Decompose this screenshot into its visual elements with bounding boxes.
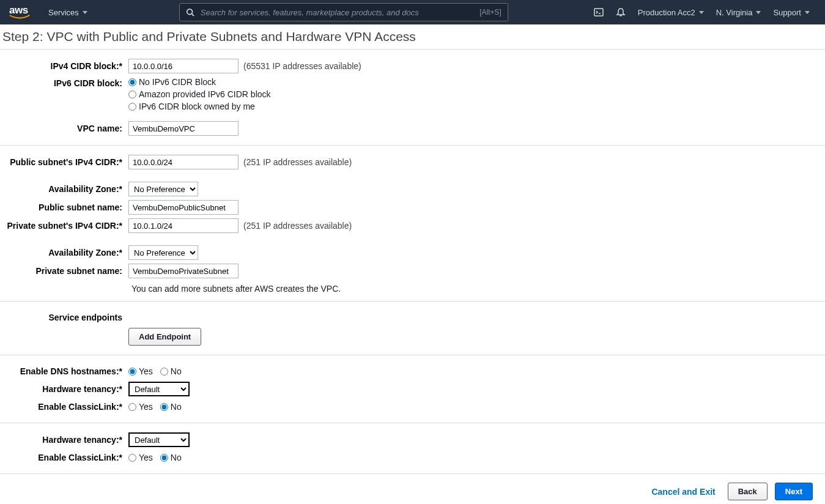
az1-label: Availability Zone:* xyxy=(0,184,128,194)
vpc-name-input[interactable] xyxy=(128,121,239,136)
page-title: Step 2: VPC with Public and Private Subn… xyxy=(0,24,825,49)
priv-name-input[interactable] xyxy=(128,264,239,278)
pub-name-label: Public subnet name: xyxy=(0,202,128,212)
ipv6-none-label: No IPv6 CIDR Block xyxy=(139,77,216,87)
region-dropdown[interactable]: N. Virginia xyxy=(710,0,768,24)
classiclink1-label: Enable ClassicLink:* xyxy=(0,402,128,412)
vpc-name-label: VPC name: xyxy=(0,124,128,133)
services-dropdown[interactable]: Services xyxy=(42,0,94,24)
caret-down-icon xyxy=(805,11,810,14)
search-shortcut: [Alt+S] xyxy=(479,8,501,17)
ipv6-own-label: IPv6 CIDR block owned by me xyxy=(139,102,255,111)
dns-yes-label: Yes xyxy=(139,366,153,376)
section-subnets: Public subnet's IPv4 CIDR:* (251 IP addr… xyxy=(0,145,825,301)
pub-cidr-label: Public subnet's IPv4 CIDR:* xyxy=(0,157,128,167)
notifications-icon[interactable] xyxy=(610,0,632,24)
caret-down-icon xyxy=(756,11,761,14)
ipv6-cidr-label: IPv6 CIDR block: xyxy=(0,77,128,88)
section-endpoints: Service endpoints Add Endpoint xyxy=(0,301,825,355)
classiclink2-label: Enable ClassicLink:* xyxy=(0,453,128,462)
cancel-link[interactable]: Cancel and Exit xyxy=(651,487,715,497)
pub-cidr-input[interactable] xyxy=(128,155,239,169)
more-subnets-hint: You can add more subnets after AWS creat… xyxy=(0,280,825,294)
pub-name-input[interactable] xyxy=(128,200,239,215)
classiclink2-yes-radio[interactable] xyxy=(128,454,136,462)
tenancy1-select[interactable]: Default xyxy=(128,382,190,396)
az1-select[interactable]: No Preference xyxy=(128,182,198,196)
tenancy2-label: Hardware tenancy:* xyxy=(0,435,128,445)
classiclink1-no-label: No xyxy=(171,402,182,412)
tenancy2-select[interactable]: Default xyxy=(128,432,190,447)
dns-label: Enable DNS hostnames:* xyxy=(0,366,128,376)
classiclink2-no-label: No xyxy=(171,453,182,462)
back-button[interactable]: Back xyxy=(728,483,768,500)
section-dns-tenancy: Enable DNS hostnames:* Yes No Hardware t… xyxy=(0,355,825,423)
footer-actions: Cancel and Exit Back Next xyxy=(0,473,825,504)
priv-cidr-hint: (251 IP addresses available) xyxy=(243,221,352,231)
add-endpoint-button[interactable]: Add Endpoint xyxy=(128,328,201,346)
aws-smile-icon xyxy=(9,15,30,18)
svg-line-1 xyxy=(191,14,194,17)
classiclink1-no-radio[interactable] xyxy=(160,403,168,411)
support-label: Support xyxy=(773,8,801,17)
caret-down-icon xyxy=(83,11,87,14)
services-label: Services xyxy=(48,8,79,17)
ipv6-own-radio[interactable] xyxy=(128,103,136,111)
priv-name-label: Private subnet name: xyxy=(0,266,128,276)
svg-point-0 xyxy=(187,9,193,15)
section-cidr: IPv4 CIDR block:* (65531 IP addresses av… xyxy=(0,49,825,145)
ipv6-amazon-label: Amazon provided IPv6 CIDR block xyxy=(139,89,271,99)
support-dropdown[interactable]: Support xyxy=(767,0,816,24)
az2-select[interactable]: No Preference xyxy=(128,245,198,260)
caret-down-icon xyxy=(699,11,704,14)
next-button[interactable]: Next xyxy=(775,483,813,500)
priv-cidr-label: Private subnet's IPv4 CIDR:* xyxy=(0,221,128,231)
priv-cidr-input[interactable] xyxy=(128,218,239,233)
aws-logo[interactable]: aws xyxy=(9,4,30,20)
dns-no-radio[interactable] xyxy=(160,368,168,376)
pub-cidr-hint: (251 IP addresses available) xyxy=(243,157,352,167)
svg-rect-2 xyxy=(594,9,603,16)
classiclink1-yes-radio[interactable] xyxy=(128,403,136,411)
service-endpoints-label: Service endpoints xyxy=(0,313,128,322)
classiclink2-yes-label: Yes xyxy=(139,453,153,462)
ipv4-cidr-input[interactable] xyxy=(128,59,239,73)
top-navbar: aws Services [Alt+S] Production Acc2 N. … xyxy=(0,0,825,24)
classiclink2-no-radio[interactable] xyxy=(160,454,168,462)
section-tenancy2: Hardware tenancy:* Default Enable Classi… xyxy=(0,423,825,473)
ipv4-cidr-label: IPv4 CIDR block:* xyxy=(0,61,128,71)
tenancy1-label: Hardware tenancy:* xyxy=(0,384,128,394)
account-label: Production Acc2 xyxy=(638,8,695,17)
search-input[interactable] xyxy=(201,8,475,17)
ipv6-none-radio[interactable] xyxy=(128,78,136,86)
dns-yes-radio[interactable] xyxy=(128,368,136,376)
account-dropdown[interactable]: Production Acc2 xyxy=(632,0,710,24)
ipv4-cidr-hint: (65531 IP addresses available) xyxy=(243,61,361,71)
classiclink1-yes-label: Yes xyxy=(139,402,153,412)
search-icon xyxy=(186,8,194,17)
cloudshell-icon[interactable] xyxy=(588,0,610,24)
dns-no-label: No xyxy=(171,366,182,376)
ipv6-amazon-radio[interactable] xyxy=(128,91,136,98)
region-label: N. Virginia xyxy=(716,8,753,17)
search-bar[interactable]: [Alt+S] xyxy=(179,3,508,21)
az2-label: Availability Zone:* xyxy=(0,248,128,258)
